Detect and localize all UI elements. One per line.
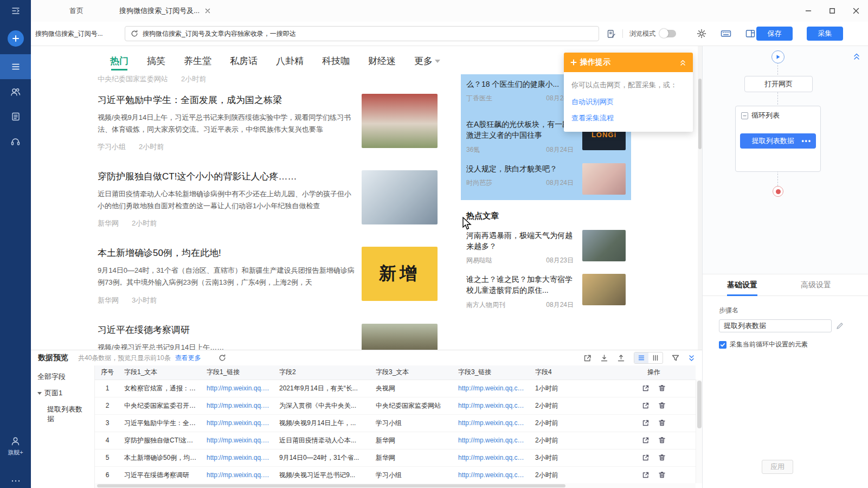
- browse-mode-toggle[interactable]: [660, 30, 676, 37]
- side-article-date: 08月24日: [546, 145, 574, 155]
- export-data-icon[interactable]: [583, 354, 591, 362]
- open-record-icon[interactable]: [642, 419, 650, 427]
- side-article-title[interactable]: 么？18 个医生们的健康小...: [466, 79, 577, 89]
- maximize-icon[interactable]: [820, 3, 844, 19]
- side-article-title[interactable]: 没人规定，肤白才貌美吧？: [466, 163, 577, 174]
- layout-panel-icon[interactable]: [745, 29, 755, 38]
- side-article-item[interactable]: 河南再遇暴雨，极端天气为何越来越多？ 网易哒哒08月23日: [461, 230, 631, 266]
- refresh-icon[interactable]: [131, 30, 138, 37]
- thumbnail-text: LONGi: [591, 131, 616, 139]
- delete-record-icon[interactable]: [658, 471, 666, 479]
- workflow-open-page-step[interactable]: 打开网页: [744, 76, 813, 92]
- step-options-icon[interactable]: •••: [801, 137, 812, 145]
- side-article-item[interactable]: 没人规定，肤白才貌美吧？ 时尚芭莎08月24日: [466, 163, 626, 195]
- account-icon[interactable]: [10, 436, 21, 446]
- apply-button[interactable]: 应用: [762, 460, 793, 474]
- nav-tab-finance[interactable]: 财经迷: [368, 55, 396, 70]
- tip-popup-header[interactable]: 操作提示: [564, 53, 693, 72]
- side-article-thumbnail[interactable]: [582, 274, 626, 305]
- list-view-icon[interactable]: [634, 352, 648, 363]
- edit-icon[interactable]: [836, 322, 844, 330]
- data-preview-body: 全部字段 页面1 提取列表数据: [31, 365, 702, 488]
- delete-record-icon[interactable]: [658, 419, 666, 427]
- article-thumbnail[interactable]: [362, 324, 438, 350]
- save-button[interactable]: 保存: [756, 27, 793, 41]
- open-record-icon[interactable]: [642, 471, 650, 479]
- upload-data-icon[interactable]: [617, 354, 625, 362]
- nav-tab-more[interactable]: 更多: [414, 55, 440, 70]
- url-bar[interactable]: 搜狗微信搜索_订阅号及文章内容独家收录，一搜即达: [125, 26, 599, 41]
- nav-tab-funny[interactable]: 搞笑: [147, 55, 165, 70]
- nav-tab-gossip[interactable]: 八卦精: [276, 55, 304, 70]
- article-title[interactable]: 本土新增确诊50例，均在此地!: [98, 247, 355, 259]
- page1-item[interactable]: 页面1: [31, 385, 94, 401]
- delete-record-icon[interactable]: [658, 402, 666, 409]
- settings-gear-icon[interactable]: [697, 29, 706, 38]
- view-more-link[interactable]: 查看更多: [175, 354, 201, 363]
- side-article-thumbnail[interactable]: [582, 163, 626, 195]
- all-fields-item[interactable]: 全部字段: [31, 369, 94, 385]
- sidebar-expand-icon[interactable]: [0, 0, 31, 22]
- open-record-icon[interactable]: [642, 454, 650, 461]
- task-tab[interactable]: 搜狗微信搜索_订阅号及...: [115, 3, 219, 19]
- article-thumbnail[interactable]: [362, 94, 438, 148]
- new-task-button[interactable]: [8, 30, 24, 47]
- workflow-loop-step[interactable]: 循环列表 提取列表数据 •••: [735, 106, 821, 172]
- refresh-data-icon[interactable]: [218, 354, 226, 362]
- nav-tab-hot[interactable]: 热门: [110, 55, 128, 70]
- home-tab[interactable]: 首页: [69, 6, 83, 16]
- article-thumbnail[interactable]: [362, 170, 438, 224]
- collapse-panel-icon[interactable]: [688, 355, 695, 362]
- delete-record-icon[interactable]: [658, 436, 666, 444]
- table-horizontal-scrollbar[interactable]: [95, 483, 696, 488]
- side-article-thumbnail[interactable]: [582, 230, 626, 261]
- delete-record-icon[interactable]: [658, 384, 666, 392]
- article-thumbnail[interactable]: 新增: [362, 247, 438, 301]
- tab-close-icon[interactable]: [205, 8, 210, 14]
- article-title[interactable]: 穿防护服独自做CT!这个小小的背影让人心疼……: [98, 170, 355, 183]
- side-article-title[interactable]: 河南再遇暴雨，极端天气为何越来越多？: [466, 230, 577, 252]
- nav-tab-health[interactable]: 养生堂: [184, 55, 211, 70]
- webpage-scrollbar[interactable]: [698, 46, 702, 350]
- nav-tab-private[interactable]: 私房话: [230, 55, 258, 70]
- tab-basic-settings[interactable]: 基础设置: [727, 274, 757, 296]
- article-title[interactable]: 习近平勉励中学生：全面发展，成为国之栋梁: [98, 94, 355, 106]
- workflow-extract-step[interactable]: 提取列表数据 •••: [740, 133, 816, 149]
- tab-advanced-settings[interactable]: 高级设置: [801, 274, 831, 296]
- collect-button[interactable]: 采集: [807, 27, 843, 41]
- collapse-loop-icon[interactable]: [741, 112, 748, 119]
- filter-icon[interactable]: [672, 354, 679, 362]
- article-source: 新华网: [98, 296, 119, 305]
- side-article-title[interactable]: 谁之土？谁之民？加拿大寄宿学校儿童遗骸背后的原住...: [466, 274, 577, 296]
- keyboard-panel-icon[interactable]: [721, 29, 731, 38]
- close-window-icon[interactable]: [844, 3, 868, 19]
- auto-detect-link[interactable]: 自动识别网页: [571, 97, 685, 107]
- article-title[interactable]: 习近平在绥德考察调研: [98, 324, 355, 336]
- open-record-icon[interactable]: [642, 384, 650, 392]
- collapse-tip-icon[interactable]: [679, 59, 686, 66]
- table-row: 1 女检察官炫富，通报：吹牛! http://mp.weixin.qq.com/…: [95, 380, 696, 397]
- sidebar-item-support[interactable]: [0, 129, 31, 154]
- workflow-end-icon[interactable]: [773, 186, 783, 197]
- table-vertical-scrollbar[interactable]: [696, 380, 702, 483]
- open-record-icon[interactable]: [642, 436, 650, 444]
- view-flow-link[interactable]: 查看采集流程: [571, 113, 685, 123]
- minimize-icon[interactable]: [796, 3, 820, 19]
- sidebar-item-team[interactable]: [0, 79, 31, 104]
- workflow-start-icon[interactable]: [771, 50, 785, 63]
- delete-record-icon[interactable]: [658, 454, 666, 461]
- page-edit-icon[interactable]: [607, 29, 616, 38]
- loop-elements-checkbox[interactable]: [719, 341, 726, 349]
- open-record-icon[interactable]: [642, 402, 650, 409]
- side-article-item[interactable]: 谁之土？谁之民？加拿大寄宿学校儿童遗骸背后的原住... 南方人物周刊08月24日: [461, 274, 631, 310]
- extract-node-item[interactable]: 提取列表数据: [31, 401, 94, 427]
- sidebar-item-templates[interactable]: [0, 104, 31, 129]
- nav-tab-tech[interactable]: 科技咖: [322, 55, 350, 70]
- step-name-input[interactable]: [719, 319, 832, 332]
- column-view-icon[interactable]: [648, 352, 663, 363]
- download-data-icon[interactable]: [600, 354, 608, 362]
- collapse-workflow-icon[interactable]: [853, 53, 860, 60]
- side-article-title[interactable]: 在A股狂飙的光伏板块，有一段激进主义者的中国往事: [466, 119, 577, 141]
- more-options-icon[interactable]: [11, 479, 21, 483]
- sidebar-item-tasks[interactable]: [0, 54, 31, 79]
